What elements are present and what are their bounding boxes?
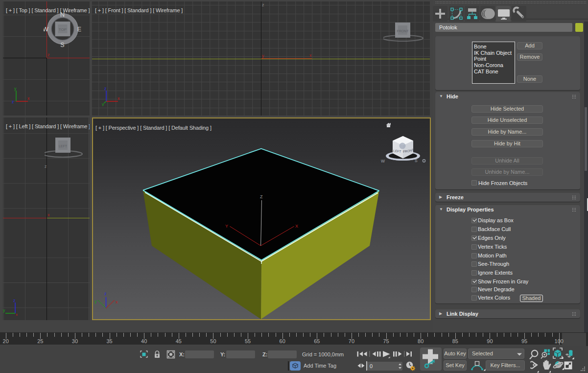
svg-text:x: x (27, 96, 30, 101)
svg-text:X: X (295, 224, 298, 229)
svg-text:S: S (415, 158, 418, 163)
svg-text:y: y (14, 86, 17, 91)
svg-text:z: z (12, 99, 14, 104)
svg-text:Y: Y (225, 224, 228, 229)
svg-text:y: y (102, 102, 104, 106)
svg-text:x: x (116, 300, 118, 304)
svg-text:x: x (118, 96, 120, 101)
svg-text:E: E (77, 26, 81, 33)
svg-text:z: z (104, 291, 107, 296)
svg-text:y: y (94, 299, 97, 304)
svg-text:FRONT: FRONT (397, 29, 409, 33)
svg-text:W: W (44, 26, 48, 33)
svg-text:LEFT: LEFT (59, 144, 68, 148)
svg-text:z: z (13, 298, 16, 303)
svg-text:S: S (60, 42, 64, 48)
svg-text:y: y (3, 308, 5, 313)
svg-text:x: x (16, 312, 18, 317)
svg-text:W: W (381, 159, 385, 163)
svg-text:Z: Z (260, 194, 263, 199)
svg-text:z: z (104, 86, 107, 91)
svg-text:TOP: TOP (59, 27, 67, 32)
